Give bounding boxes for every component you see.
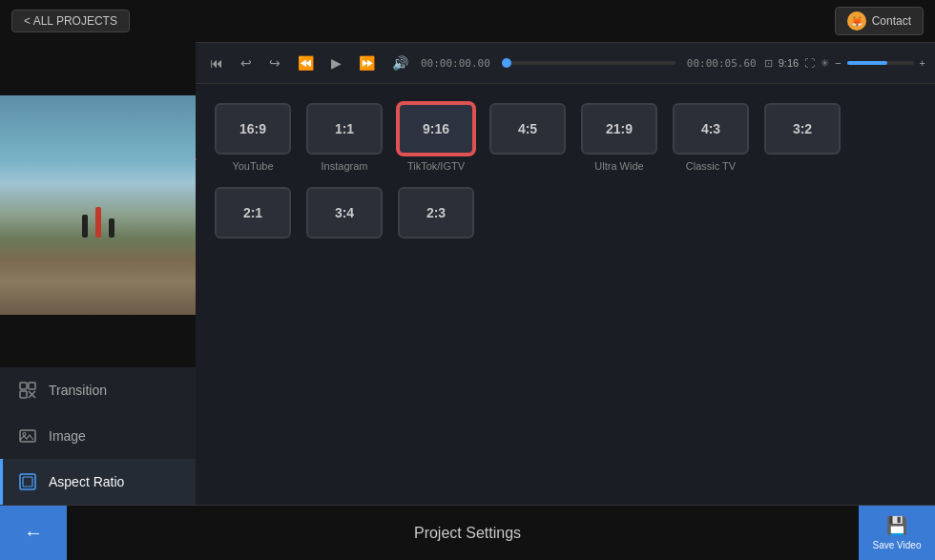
aspect-box-3-2: 3:2 xyxy=(764,103,841,155)
progress-bar[interactable] xyxy=(502,61,675,65)
content-panel: ⏮ ↩ ↪ ⏪ ▶ ⏩ 🔊 00:00:00.00 00:00:05.60 ⊡ … xyxy=(196,42,935,505)
image-label: Image xyxy=(49,428,86,444)
all-projects-button[interactable]: < ALL PROJECTS xyxy=(11,10,130,32)
aspect-card-16-9[interactable]: 16:9 YouTube xyxy=(215,103,291,172)
image-icon xyxy=(18,426,37,446)
zoom-minus[interactable]: − xyxy=(835,57,841,69)
aspect-box-4-3: 4:3 xyxy=(673,103,749,155)
aspect-card-3-4[interactable]: 3:4 xyxy=(306,187,383,244)
aspect-card-2-1[interactable]: 2:1 xyxy=(215,187,291,244)
aspect-box-1-1: 1:1 xyxy=(306,103,383,155)
timeline-right-controls: ⊡ 9:16 ⛶ ✳ − + xyxy=(764,57,925,70)
zoom-plus[interactable]: + xyxy=(920,57,925,69)
aspect-card-9-16[interactable]: 9:16 TikTok/IGTV xyxy=(398,103,474,172)
video-preview-area xyxy=(0,42,196,367)
figure-left xyxy=(82,215,88,238)
skip-prev-button[interactable]: ⏪ xyxy=(293,53,319,73)
time-end: 00:00:05.60 xyxy=(687,57,757,70)
video-figures xyxy=(82,207,114,238)
volume-button[interactable]: 🔊 xyxy=(387,53,413,73)
transition-icon xyxy=(18,381,37,400)
play-button[interactable]: ▶ xyxy=(326,53,346,73)
sidebar-item-aspect-ratio[interactable]: Aspect Ratio xyxy=(0,459,196,505)
svg-rect-1 xyxy=(29,383,35,389)
bottom-bar: ← Project Settings 💾 Save Video xyxy=(0,505,935,560)
skip-back-button[interactable]: ⏮ xyxy=(205,53,228,73)
aspect-label-4-3: Classic TV xyxy=(686,160,736,172)
back-button[interactable]: ← xyxy=(0,506,67,560)
aspect-card-4-5[interactable]: 4:5 xyxy=(489,103,566,172)
save-video-button[interactable]: 💾 Save Video xyxy=(859,506,935,560)
back-icon: ← xyxy=(24,522,43,544)
aspect-box-16-9: 16:9 xyxy=(215,103,291,155)
time-start: 00:00:00.00 xyxy=(421,57,490,70)
main-area: Transition Image Aspect Ratio xyxy=(0,42,935,505)
aspect-ratio-label: Aspect Ratio xyxy=(49,474,124,489)
project-settings-title: Project Settings xyxy=(414,525,521,542)
figure-center xyxy=(95,207,101,238)
redo-button[interactable]: ↪ xyxy=(264,53,285,73)
video-background xyxy=(0,95,196,315)
aspect-card-21-9[interactable]: 21:9 Ultra Wide xyxy=(581,103,657,172)
aspect-ratio-grid: 16:9 YouTube 1:1 Instagram 9:16 TikTok/I… xyxy=(196,84,935,505)
ratio-display: 9:16 xyxy=(779,57,799,69)
timeline-bar: ⏮ ↩ ↪ ⏪ ▶ ⏩ 🔊 00:00:00.00 00:00:05.60 ⊡ … xyxy=(196,42,935,84)
aspect-ratio-icon xyxy=(18,472,37,491)
undo-button[interactable]: ↩ xyxy=(236,53,257,73)
aspect-box-21-9: 21:9 xyxy=(581,103,657,155)
aspect-box-4-5: 4:5 xyxy=(489,103,566,155)
aspect-label-9-16: TikTok/IGTV xyxy=(407,160,465,172)
save-label: Save Video xyxy=(873,540,922,550)
aspect-card-3-2[interactable]: 3:2 xyxy=(764,103,841,172)
svg-rect-8 xyxy=(23,477,32,487)
aspect-row-1: 16:9 YouTube 1:1 Instagram 9:16 TikTok/I… xyxy=(215,103,916,172)
sidebar-item-transition[interactable]: Transition xyxy=(0,367,196,413)
aspect-label-1-1: Instagram xyxy=(322,160,368,172)
aspect-card-2-3[interactable]: 2:3 xyxy=(398,187,474,244)
aspect-box-3-4: 3:4 xyxy=(306,187,383,239)
top-bar: < ALL PROJECTS 🦊 Contact xyxy=(0,0,935,42)
aspect-row-2: 2:1 3:4 2:3 xyxy=(215,187,916,244)
aspect-card-4-3[interactable]: 4:3 Classic TV xyxy=(673,103,749,172)
contact-avatar-icon: 🦊 xyxy=(847,11,866,31)
aspect-card-1-1[interactable]: 1:1 Instagram xyxy=(306,103,383,172)
aspect-box-9-16: 9:16 xyxy=(398,103,474,155)
video-preview xyxy=(0,95,196,315)
progress-dot xyxy=(502,58,511,68)
sidebar: Transition Image Aspect Ratio xyxy=(0,42,196,505)
aspect-label-16-9: YouTube xyxy=(232,160,273,172)
effects-icon[interactable]: ✳ xyxy=(821,57,829,70)
contact-button[interactable]: 🦊 Contact xyxy=(835,7,924,35)
skip-next-button[interactable]: ⏩ xyxy=(354,53,380,73)
svg-rect-0 xyxy=(20,383,27,389)
aspect-box-2-1: 2:1 xyxy=(215,187,291,239)
save-icon: 💾 xyxy=(886,515,907,536)
figure-right xyxy=(109,218,114,238)
zoom-slider[interactable] xyxy=(847,61,914,65)
aspect-label-21-9: Ultra Wide xyxy=(594,160,643,172)
crop-icon: ⊡ xyxy=(764,57,773,70)
transition-label: Transition xyxy=(49,383,107,398)
fullscreen-icon[interactable]: ⛶ xyxy=(804,57,815,69)
zoom-fill xyxy=(847,61,887,65)
svg-point-6 xyxy=(23,433,26,436)
sidebar-item-image[interactable]: Image xyxy=(0,413,196,459)
svg-rect-2 xyxy=(20,391,27,398)
aspect-box-2-3: 2:3 xyxy=(398,187,474,239)
